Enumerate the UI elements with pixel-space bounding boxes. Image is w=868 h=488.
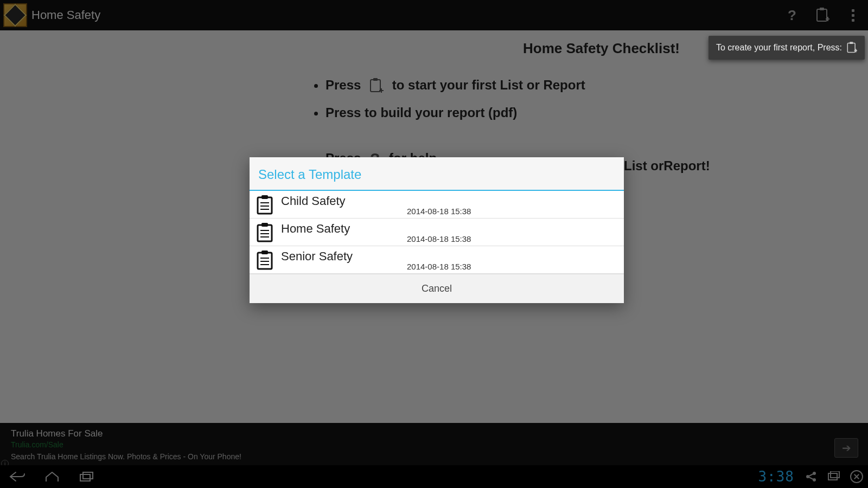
overflow-menu-icon[interactable] [838, 0, 868, 30]
svg-rect-21 [80, 474, 90, 481]
svg-rect-3 [373, 78, 378, 81]
status-clock: 3:38 [758, 468, 794, 485]
first-report-hint: To create your first report, Press: [709, 36, 865, 60]
screenshot-icon[interactable] [826, 468, 842, 485]
screen: Home Safety ? Home Safety Checklist! Pre… [0, 0, 868, 488]
new-report-icon[interactable] [807, 0, 838, 30]
template-title: Senior Safety [281, 249, 353, 264]
app-icon [3, 3, 27, 27]
svg-rect-1 [820, 8, 824, 10]
template-item-home-safety[interactable]: Home Safety 2014-08-18 15:38 [250, 219, 624, 246]
back-button[interactable] [0, 465, 35, 488]
svg-rect-20 [850, 42, 853, 44]
svg-rect-2 [371, 80, 380, 92]
clipboard-icon [255, 249, 276, 271]
svg-line-27 [809, 477, 813, 479]
template-item-child-safety[interactable]: Child Safety 2014-08-18 15:38 [250, 191, 624, 219]
share-icon[interactable] [803, 468, 819, 485]
clipboard-icon [255, 222, 276, 243]
template-item-senior-safety[interactable]: Senior Safety 2014-08-18 15:38 [250, 246, 624, 274]
svg-rect-28 [828, 473, 837, 480]
svg-rect-15 [261, 251, 268, 254]
system-nav-bar: 3:38 [0, 465, 868, 488]
app-action-bar: Home Safety ? [0, 0, 868, 30]
app-title: Home Safety [31, 8, 100, 22]
cancel-button[interactable]: Cancel [250, 274, 624, 303]
hint-text: To create your first report, Press: [716, 43, 842, 53]
template-date: 2014-08-18 15:38 [407, 262, 471, 271]
template-date: 2014-08-18 15:38 [407, 234, 471, 243]
close-icon[interactable] [848, 468, 865, 485]
ad-title: Trulia Homes For Sale [11, 428, 857, 439]
clipboard-add-icon [369, 78, 384, 95]
help-icon[interactable]: ? [777, 0, 807, 30]
recent-apps-button[interactable] [69, 465, 104, 488]
ad-go-icon[interactable]: ➔ [834, 438, 858, 458]
instruction-line-2: Press to build your report (pdf) [326, 104, 585, 122]
svg-line-26 [809, 474, 813, 476]
clipboard-add-icon [846, 41, 857, 54]
svg-rect-22 [83, 472, 93, 479]
home-button[interactable] [35, 465, 69, 488]
svg-rect-29 [831, 471, 839, 478]
instruction-line-1: Press to start your first List or Report [326, 76, 585, 95]
ad-banner[interactable]: Trulia Homes For Sale Trulia.com/Sale Se… [0, 423, 868, 468]
svg-rect-0 [817, 9, 827, 21]
template-dialog: Select a Template Child Safety 2014-08-1… [250, 157, 624, 303]
svg-rect-10 [261, 223, 268, 227]
dialog-title: Select a Template [250, 157, 624, 191]
svg-rect-19 [847, 43, 855, 53]
ad-url: Trulia.com/Sale [11, 440, 857, 449]
svg-rect-5 [261, 195, 268, 199]
template-title: Home Safety [281, 222, 350, 236]
template-title: Child Safety [281, 194, 346, 208]
instruction-line-4-tail: List orReport! [624, 158, 710, 174]
template-date: 2014-08-18 15:38 [407, 207, 471, 216]
ad-description: Search Trulia Home Listings Now. Photos … [11, 452, 857, 461]
page-title: Home Safety Checklist! [523, 40, 680, 57]
clipboard-icon [255, 194, 276, 216]
